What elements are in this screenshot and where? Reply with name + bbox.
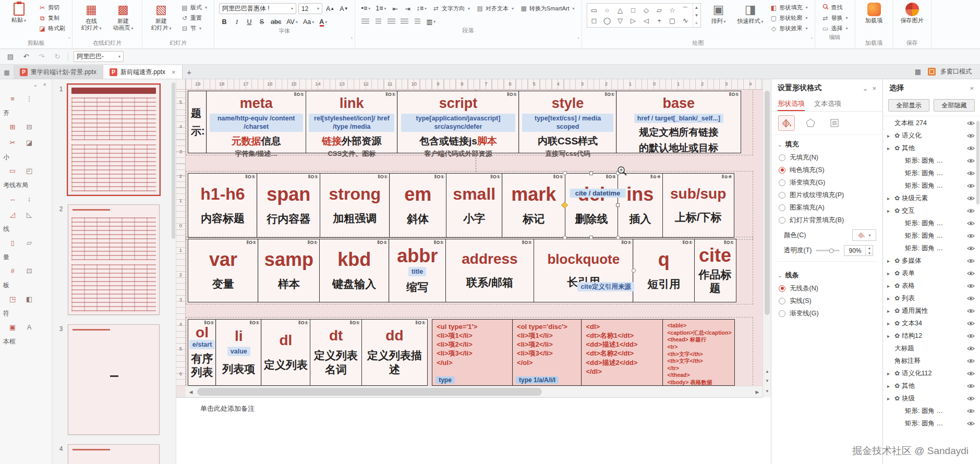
slide-cell-del[interactable]: ‖O②del删除线cite / datetime <box>565 173 619 238</box>
copy-button[interactable]: ⧉复制 <box>37 13 67 23</box>
undo-icon[interactable]: ↶ <box>21 53 31 60</box>
slide-cell-base[interactable]: ‖O①basehref / target[_blank/_self...]规定文… <box>616 91 741 153</box>
expand-arrow-icon[interactable]: ▸ <box>887 133 892 139</box>
slide-cell-h1-h6[interactable]: ‖O①h1-h6内容标题 <box>188 173 258 238</box>
slide-cell-dd[interactable]: ‖O①dd定义列表描述 <box>361 319 428 386</box>
slide-cell-fragment[interactable]: 题示: <box>188 91 207 153</box>
text-direction-button[interactable]: ⇄文字方向▾ <box>430 4 472 14</box>
slide-thumbnail[interactable] <box>68 324 160 435</box>
new-tab-button[interactable]: + <box>183 68 196 79</box>
tool-icon[interactable]: ≡ <box>8 94 17 103</box>
eye-icon[interactable] <box>965 346 976 351</box>
shape-outline-button[interactable]: ▢形状轮廓▾ <box>768 13 810 23</box>
smartart-button[interactable]: ▦转换为SmartArt▾ <box>518 4 576 14</box>
selection-item[interactable]: 角标注释 <box>883 355 980 367</box>
slide-cell-mark[interactable]: ‖O①mark标记 <box>502 173 565 238</box>
selection-handle[interactable] <box>563 171 567 175</box>
numbering-button[interactable]: 1≡▾ <box>374 3 388 14</box>
expand-arrow-icon[interactable]: ▸ <box>887 371 892 376</box>
slide-cell-samp[interactable]: ‖O①samp样本 <box>258 239 320 302</box>
scroll-up-icon[interactable]: ▲ <box>695 5 699 10</box>
radio-button[interactable] <box>779 204 785 211</box>
selection-item[interactable]: ▸✿其他 <box>883 142 980 154</box>
vertical-scrollbar[interactable]: ▲ ▼ ▼ <box>763 79 771 397</box>
expand-arrow-icon[interactable]: ▸ <box>887 396 892 401</box>
selection-item[interactable]: ▸✿语义化112 <box>883 367 980 380</box>
scrollbar[interactable] <box>172 82 175 239</box>
slider-thumb[interactable] <box>829 248 833 253</box>
slide-editing-area[interactable]: 题示:‖O①metaname/http-equiv /content /char… <box>186 90 763 386</box>
reset-button[interactable]: ↺重置 <box>179 13 209 23</box>
tool-icon[interactable]: ◧ <box>25 295 33 303</box>
scrollbar-thumb[interactable] <box>765 91 770 315</box>
dialog-launcher-icon[interactable]: ⌞ <box>350 34 353 39</box>
eye-icon[interactable] <box>965 271 976 276</box>
paste-button[interactable]: 粘贴▾ <box>5 2 33 24</box>
eye-icon[interactable] <box>965 208 976 214</box>
notes-area[interactable]: 单击此处添加备注 <box>176 397 763 425</box>
eye-icon[interactable] <box>965 358 976 364</box>
strikethrough-button[interactable]: S <box>257 17 267 27</box>
eye-icon[interactable] <box>965 145 976 151</box>
selection-handle[interactable] <box>616 203 620 207</box>
redo-icon[interactable]: ↷ <box>37 53 47 60</box>
selection-item[interactable]: ▸✿块级 <box>883 392 980 405</box>
slide-cell-address[interactable]: ‖O①address联系/邮箱 <box>445 239 535 302</box>
scrollbar-thumb[interactable] <box>197 388 542 396</box>
fill-option[interactable]: 无填充(N) <box>771 151 882 164</box>
eye-icon[interactable] <box>965 296 976 301</box>
close-panel-icon[interactable]: × <box>970 84 974 92</box>
selection-item[interactable]: ▸✿表格 <box>883 279 980 292</box>
slide-thumbnail[interactable] <box>68 444 160 464</box>
slide-cell-code-sample[interactable]: <dl><dt>名称1</dt><dd>描述1</dd><dt>名称2</dt>… <box>581 319 663 386</box>
quick-styles-button[interactable]: ◨ 快速样式▾ <box>736 2 765 25</box>
close-icon[interactable]: × <box>43 81 46 89</box>
shape-icon[interactable]: ▷ <box>629 16 638 25</box>
tool-icon[interactable]: ⊞ <box>8 123 17 131</box>
eye-icon[interactable] <box>965 196 976 201</box>
columns-button[interactable]: ▥▾ <box>425 16 438 27</box>
fill-option[interactable]: 渐变填充(G) <box>771 176 882 189</box>
fill-bucket-icon[interactable] <box>779 116 794 130</box>
selection-handle[interactable] <box>632 268 636 273</box>
bold-button[interactable]: B <box>219 17 229 27</box>
selection-item[interactable]: 矩形: 圆角 … <box>883 405 980 417</box>
eye-icon[interactable] <box>965 396 976 401</box>
close-panel-icon[interactable]: × <box>872 84 876 92</box>
line-option[interactable]: 无线条(N) <box>771 282 882 295</box>
shape-icon[interactable]: + <box>655 16 664 25</box>
select-button[interactable]: ▭选择▾ <box>820 23 850 33</box>
align-right-button[interactable] <box>388 18 395 25</box>
show-all-button[interactable]: 全部显示 <box>888 99 929 112</box>
tool-icon[interactable]: ✂ <box>8 138 17 146</box>
eye-icon[interactable] <box>965 408 976 414</box>
radio-button[interactable] <box>779 298 785 304</box>
selection-item[interactable]: ▸✿多媒体 <box>883 254 980 267</box>
selection-item[interactable]: ▸✿通用属性 <box>883 304 980 317</box>
dialog-launcher-icon[interactable]: ⌞ <box>810 34 813 39</box>
tool-icon[interactable]: ↕ <box>25 194 33 203</box>
expand-arrow-icon[interactable]: ▸ <box>887 271 892 276</box>
slide-cell-link[interactable]: ‖O①linkrel[stylesheet/icon]/ href /type … <box>306 91 398 153</box>
scroll-down-icon[interactable]: ▼ <box>763 387 771 396</box>
slide-cell-q[interactable]: ‖O①q短引用 <box>633 239 695 302</box>
slide-cell-ins[interactable]: ‖⊖④ins插入 <box>618 173 663 238</box>
close-tab-icon[interactable]: × <box>172 68 176 76</box>
tool-icon[interactable]: ▯ <box>8 238 17 247</box>
shape-fill-button[interactable]: ◧形状填充▾ <box>768 3 810 13</box>
dialog-launcher-icon[interactable]: ⌞ <box>68 34 70 39</box>
shape-effects-icon[interactable] <box>803 116 818 130</box>
increase-font-button[interactable]: A▲ <box>324 4 336 14</box>
new-slide-button[interactable]: ▧ 新建幻灯片▾ <box>147 2 175 32</box>
spin-down-icon[interactable]: ▼ <box>866 251 873 256</box>
eye-icon[interactable] <box>965 221 976 226</box>
fill-section-header[interactable]: ⌄ 填充 <box>771 135 882 151</box>
shape-gallery[interactable]: ▭○△□◇▱☆⌒ ◻◯▽▷◁+▢∿ ▲▼≡ <box>587 3 701 28</box>
font-family-select[interactable]: 阿里巴巴普惠体 !▾ <box>219 3 296 14</box>
italic-button[interactable]: I <box>232 17 242 27</box>
font-size-select[interactable]: 12▾ <box>298 3 322 14</box>
shape-icon[interactable]: ◁ <box>642 16 651 25</box>
shape-icon[interactable]: △ <box>616 6 625 15</box>
shape-icon[interactable]: ▭ <box>590 6 599 15</box>
font-color-button[interactable]: A▾ <box>318 17 329 27</box>
